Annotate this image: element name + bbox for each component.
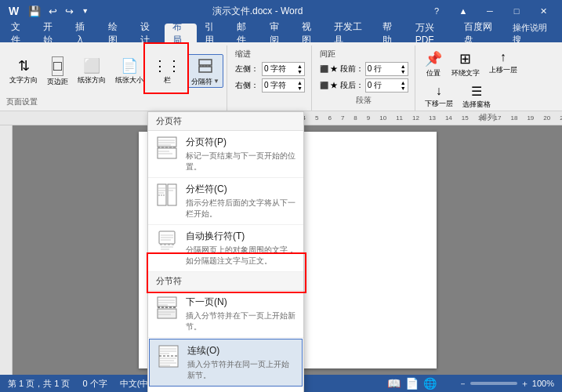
send-backward-button[interactable]: ↓ 下移一层: [422, 82, 456, 111]
column-break-icon: [156, 183, 178, 208]
indent-left-label: 左侧：: [235, 64, 259, 74]
select-pane-icon: ☰: [471, 84, 482, 99]
page-break-icon: [156, 136, 178, 161]
tab-developer[interactable]: 开发工具: [326, 24, 375, 42]
indent-group-label: [235, 104, 305, 107]
tab-design[interactable]: 设计: [132, 24, 165, 42]
tab-baiduyun[interactable]: 百度网盘: [456, 24, 505, 42]
indent-right-input[interactable]: 0 字符 ▲ ▼: [262, 78, 305, 93]
redo-icon[interactable]: ↪: [63, 5, 76, 17]
menu-item-continuous[interactable]: 连续(O) 插入分节符并在同一页上开始新节。: [149, 339, 303, 387]
paper-direction-button[interactable]: ⬜ 纸张方向: [74, 56, 109, 86]
columns-icon: ⋮⋮: [153, 57, 181, 74]
columns-label: 栏: [164, 76, 171, 85]
next-page-icon: [156, 296, 178, 321]
quick-access-toolbar: 💾 ↩ ↪ ▼: [26, 5, 91, 17]
tab-insert[interactable]: 插入: [67, 24, 100, 42]
word-icon: W: [6, 4, 21, 18]
margins-label: 页边距: [47, 78, 68, 86]
spacing-before-spin[interactable]: ▲ ▼: [401, 64, 406, 74]
spacing-after-label: ★ 段后：: [330, 80, 364, 91]
tab-review[interactable]: 审阅: [262, 24, 294, 42]
indent-group-title: 缩进: [235, 49, 305, 60]
tab-wanxingpdf[interactable]: 万兴PDF: [408, 24, 456, 42]
save-icon[interactable]: 💾: [26, 5, 43, 17]
paper-direction-icon: ⬜: [83, 57, 100, 74]
ribbon-toggle-button[interactable]: ▲: [451, 3, 476, 19]
margins-button[interactable]: □ 页边距: [44, 55, 71, 88]
margins-icon: □: [52, 56, 63, 76]
paper-size-button[interactable]: 📄 纸张大小: [112, 56, 147, 86]
spacing-group: 间距 ⬛ ★ 段前： 0 行 ▲ ▼ ⬛ ★ 段后： 0 行 ▲ ▼: [314, 45, 415, 111]
svg-rect-2: [199, 67, 212, 72]
indent-right-spin[interactable]: ▲ ▼: [297, 80, 303, 91]
tab-reference[interactable]: 引用: [197, 24, 229, 42]
breaks-button[interactable]: 分隔符 ▼: [187, 54, 223, 89]
indent-group: 缩进 左侧： 0 字符 ▲ ▼ 右侧： 0 字符 ▲ ▼: [229, 45, 312, 111]
title-bar-title: 演示文件.docx - Word: [91, 5, 424, 18]
zoom-slider[interactable]: [470, 382, 517, 385]
customize-icon[interactable]: ▼: [79, 7, 91, 15]
wrap-icon: ⊞: [459, 50, 471, 67]
undo-icon[interactable]: ↩: [46, 5, 60, 17]
position-label: 位置: [426, 69, 441, 78]
position-button[interactable]: 📌 位置: [422, 49, 445, 79]
bring-forward-icon: ↑: [500, 50, 506, 64]
view-icons[interactable]: 📖 📄 🌐: [387, 377, 437, 390]
tab-layout[interactable]: 布局: [165, 24, 197, 42]
send-backward-icon: ↓: [436, 84, 442, 98]
svg-rect-0: [199, 60, 212, 65]
columns-button[interactable]: ⋮⋮ 栏: [150, 56, 184, 86]
title-bar-left: W 💾 ↩ ↪ ▼: [6, 4, 91, 18]
spacing-before-label: ★ 段前：: [330, 64, 364, 74]
tab-file[interactable]: 文件: [3, 24, 35, 42]
tab-start[interactable]: 开始: [35, 24, 67, 42]
menu-item-column-break[interactable]: 分栏符(C) 指示分栏符后面的文字将从下一栏开始。: [148, 178, 303, 225]
spacing-before-value: 0 行: [368, 64, 382, 74]
spacing-after-value: 0 行: [368, 80, 382, 91]
spacing-before-icon: ⬛: [320, 65, 328, 73]
text-direction-button[interactable]: ⇅ 文字方向: [6, 56, 41, 86]
breaks-label: 分隔符 ▼: [191, 78, 219, 86]
paper-direction-label: 纸张方向: [78, 76, 106, 85]
web-view-icon[interactable]: 🌐: [423, 377, 437, 390]
wrap-text-button[interactable]: ⊞ 环绕文字: [448, 49, 483, 79]
print-view-icon[interactable]: 📄: [405, 377, 419, 390]
indent-right-label: 右侧：: [235, 80, 259, 91]
tab-mail[interactable]: 邮件: [229, 24, 261, 42]
breaks-dropdown-menu: 分页符 分页符(P) 标记一页结束与下一页开始的位置。: [147, 111, 304, 392]
page-setup-group-label: 页面设置: [6, 95, 38, 109]
text-direction-label: 文字方向: [9, 76, 38, 85]
spacing-after-spin[interactable]: ▲ ▼: [401, 80, 406, 91]
minimize-button[interactable]: ─: [477, 3, 502, 19]
position-group: 📌 位置 ⊞ 环绕文字 ↑ 上移一层 ↓ 下移一层 ☰ 选择窗格 排列: [417, 45, 559, 111]
select-pane-button[interactable]: ☰ 选择窗格: [459, 82, 494, 111]
maximize-button[interactable]: □: [504, 3, 529, 19]
zoom-out-icon[interactable]: －: [459, 378, 467, 390]
column-break-text: 分栏符(C) 指示分栏符后面的文字将从下一栏开始。: [186, 183, 296, 220]
menu-item-next-page[interactable]: 下一页(N) 插入分节符并在下一页上开始新节。: [148, 291, 303, 338]
tab-view[interactable]: 视图: [294, 24, 326, 42]
spacing-title: 间距: [320, 49, 408, 60]
help-button[interactable]: ?: [424, 3, 449, 19]
bring-forward-button[interactable]: ↑ 上移一层: [486, 49, 520, 79]
ribbon-content: ⇅ 文字方向 □ 页边距 ⬜ 纸张方向 📄 纸张大小: [0, 42, 562, 111]
menu-item-page-break[interactable]: 分页符(P) 标记一页结束与下一页开始的位置。: [148, 131, 303, 178]
title-bar: W 💾 ↩ ↪ ▼ 演示文件.docx - Word ? ▲ ─ □ ✕: [0, 0, 562, 22]
tab-draw[interactable]: 绘图: [100, 24, 132, 42]
next-page-text: 下一页(N) 插入分节符并在下一页上开始新节。: [186, 296, 296, 332]
text-direction-icon: ⇅: [18, 57, 30, 74]
tab-operation-help[interactable]: 操作说明搜: [505, 24, 559, 42]
indent-left-spin[interactable]: ▲ ▼: [297, 64, 303, 74]
read-view-icon[interactable]: 📖: [387, 377, 401, 390]
auto-break-text: 自动换行符(T) 分隔网页上的对象周围的文字，如分隔题注文字与正文。: [186, 230, 296, 267]
close-button[interactable]: ✕: [531, 3, 556, 19]
spacing-before-input[interactable]: 0 行 ▲ ▼: [365, 62, 408, 76]
menu-item-even-page[interactable]: 偶数页(E) 插入分节符并在下一偶数页上开始新节。: [148, 387, 303, 392]
tab-help[interactable]: 帮助: [375, 24, 407, 42]
menu-item-auto-break[interactable]: 自动换行符(T) 分隔网页上的对象周围的文字，如分隔题注文字与正文。: [148, 225, 303, 272]
indent-left-input[interactable]: 0 字符 ▲ ▼: [262, 62, 305, 76]
spacing-after-input[interactable]: 0 行 ▲ ▼: [365, 78, 408, 93]
zoom-control[interactable]: － ＋ 100%: [459, 378, 554, 390]
zoom-in-icon[interactable]: ＋: [520, 378, 529, 390]
